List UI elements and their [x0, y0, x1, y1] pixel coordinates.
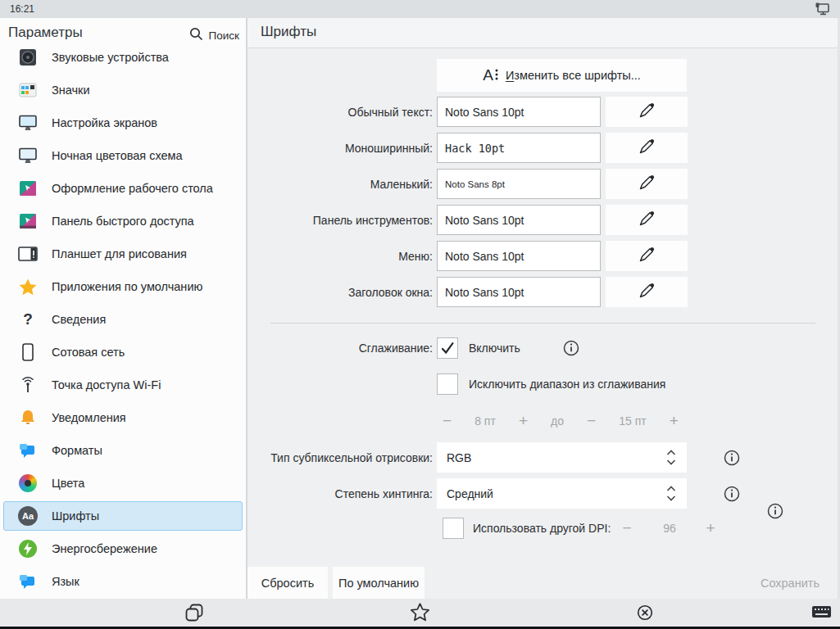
fonts-icon: Aa	[17, 505, 39, 527]
sidebar-item-label: Шрифты	[52, 509, 99, 523]
sidebar-item-about[interactable]: ? Сведения	[3, 305, 243, 334]
custom-dpi-checkbox[interactable]	[443, 518, 464, 539]
range-from-value: 8 пт	[474, 414, 496, 428]
pencil-icon	[638, 246, 656, 267]
exclude-range-checkbox[interactable]	[437, 373, 458, 395]
edit-menu-font-button[interactable]	[606, 241, 688, 271]
antialiasing-label: Сглаживание:	[247, 337, 433, 359]
monitor-icon	[17, 112, 39, 133]
question-mark-icon: ?	[17, 309, 39, 330]
sidebar-item-label: Ночная цветовая схема	[52, 149, 183, 162]
menu-font-field[interactable]: Noto Sans 10pt	[437, 241, 601, 271]
fonts-panel: Шрифты A Изменить все шрифты... Обычный …	[247, 18, 840, 599]
quick-access-icon	[17, 210, 39, 232]
favorites-star-icon[interactable]	[409, 602, 431, 627]
window-title-font-field[interactable]: Noto Sans 10pt	[437, 277, 601, 307]
reset-button[interactable]: Сбросить	[247, 567, 328, 599]
page-title: Шрифты	[261, 24, 316, 40]
close-circle-icon[interactable]	[636, 604, 654, 625]
save-button-disabled[interactable]: Сохранить	[738, 567, 820, 599]
exclude-range-label: Исключить диапазон из сглаживания	[469, 373, 665, 395]
tablet-icon	[17, 243, 39, 265]
edit-small-font-button[interactable]	[606, 169, 688, 199]
edit-toolbar-font-button[interactable]	[606, 205, 688, 235]
sidebar-item-label: Язык	[52, 575, 79, 588]
keyboard-icon[interactable]	[811, 605, 832, 623]
range-from-decrement[interactable]: −	[443, 414, 452, 428]
sidebar-item-notifications[interactable]: Уведомления	[3, 403, 243, 432]
exclude-range-spinboxes: − 8 пт + до − 15 пт +	[443, 411, 679, 431]
sidebar-item-label: Форматы	[52, 444, 102, 457]
search-icon	[189, 27, 203, 43]
sidebar-item-desktop-theme[interactable]: Оформление рабочего стола	[3, 174, 243, 203]
subpixel-info-icon[interactable]	[724, 450, 740, 466]
display-status-icon[interactable]	[815, 2, 830, 19]
adjust-all-fonts-label: Изменить все шрифты...	[506, 69, 641, 82]
phone-icon	[17, 342, 39, 363]
search-button[interactable]: Поиск	[189, 27, 239, 43]
sidebar-item-label: Оформление рабочего стола	[52, 182, 213, 195]
icons-grid-icon	[17, 79, 39, 101]
pencil-icon	[638, 210, 656, 231]
sidebar-item-power-saving[interactable]: Энергосбережение	[3, 534, 243, 563]
general-font-field[interactable]: Noto Sans 10pt	[437, 97, 601, 127]
sidebar-item-label: Приложения по умолчанию	[52, 280, 202, 293]
window-switcher-icon[interactable]	[185, 604, 204, 626]
night-monitor-icon	[17, 145, 39, 166]
sidebar-item-fonts[interactable]: Aa Шрифты	[3, 501, 243, 531]
adjust-all-fonts-button[interactable]: A Изменить все шрифты...	[437, 59, 687, 92]
chevron-up-down-icon	[665, 447, 678, 470]
sidebar-item-label: Цвета	[52, 477, 84, 490]
sidebar-item-display-setup[interactable]: Настройка экранов	[3, 108, 243, 138]
pencil-icon	[638, 174, 656, 195]
sidebar-item-quick-access[interactable]: Панель быстрого доступа	[3, 206, 243, 236]
range-to-decrement[interactable]: −	[587, 414, 596, 428]
small-font-field[interactable]: Noto Sans 8pt	[437, 169, 601, 199]
sidebar-item-icons[interactable]: Значки	[3, 75, 243, 105]
hotspot-icon	[17, 374, 39, 396]
panel-header: Шрифты	[247, 18, 840, 48]
antialiasing-info-icon[interactable]	[563, 340, 579, 356]
section-separator	[270, 323, 815, 324]
font-row-label: Меню:	[247, 241, 433, 271]
range-to-increment[interactable]: +	[670, 414, 679, 428]
edit-general-font-button[interactable]	[606, 97, 688, 127]
sidebar-item-label: Уведомления	[52, 411, 126, 424]
sidebar-item-cellular[interactable]: Сотовая сеть	[3, 337, 243, 367]
sidebar-item-label: Значки	[52, 84, 90, 97]
range-from-increment[interactable]: +	[519, 414, 528, 428]
font-row-label: Маленький:	[247, 169, 433, 199]
font-row-label: Обычный текст:	[247, 97, 433, 127]
subpixel-combobox[interactable]: RGB	[437, 442, 687, 473]
sidebar-title: Параметры	[8, 25, 83, 41]
dpi-value: 96	[653, 518, 686, 539]
language-bubble-icon	[17, 571, 39, 592]
sidebar-item-default-apps[interactable]: Приложения по умолчанию	[3, 272, 243, 301]
sidebar-item-label: Сведения	[52, 313, 106, 326]
sidebar-item-label: Звуковые устройства	[52, 51, 169, 64]
sidebar-item-label: Энергосбережение	[52, 542, 157, 555]
toolbar-font-field[interactable]: Noto Sans 10pt	[437, 205, 601, 235]
sidebar-item-formats[interactable]: Форматы	[3, 436, 243, 465]
antialiasing-checkbox[interactable]	[437, 337, 458, 359]
hinting-info-icon[interactable]	[724, 486, 740, 502]
dpi-increment[interactable]: +	[702, 518, 720, 539]
sidebar-item-label: Сотовая сеть	[52, 346, 125, 359]
defaults-button[interactable]: По умолчанию	[333, 567, 425, 599]
pencil-icon	[638, 102, 656, 123]
hinting-combobox[interactable]: Средний	[437, 478, 687, 509]
custom-dpi-label: Использовать другой DPI:	[473, 518, 611, 539]
edit-fixed-width-font-button[interactable]	[606, 133, 688, 163]
sidebar-item-wifi-hotspot[interactable]: Точка доступа Wi-Fi	[3, 370, 243, 400]
sidebar-item-drawing-tablet[interactable]: Планшет для рисования	[3, 239, 243, 269]
search-label: Поиск	[209, 29, 239, 42]
sidebar-item-night-color[interactable]: Ночная цветовая схема	[3, 141, 243, 170]
fixed-width-font-field[interactable]: Hack 10pt	[437, 133, 601, 163]
sidebar-item-language[interactable]: Язык	[3, 567, 243, 596]
dpi-info-icon[interactable]	[767, 503, 783, 519]
font-row-label: Моноширинный:	[247, 133, 433, 163]
dpi-decrement[interactable]: −	[618, 518, 636, 539]
settings-sidebar: Звуковые устройства Значки Настройка экр…	[0, 18, 246, 599]
sidebar-item-colors[interactable]: Цвета	[3, 468, 243, 498]
edit-window-title-font-button[interactable]	[606, 277, 688, 307]
